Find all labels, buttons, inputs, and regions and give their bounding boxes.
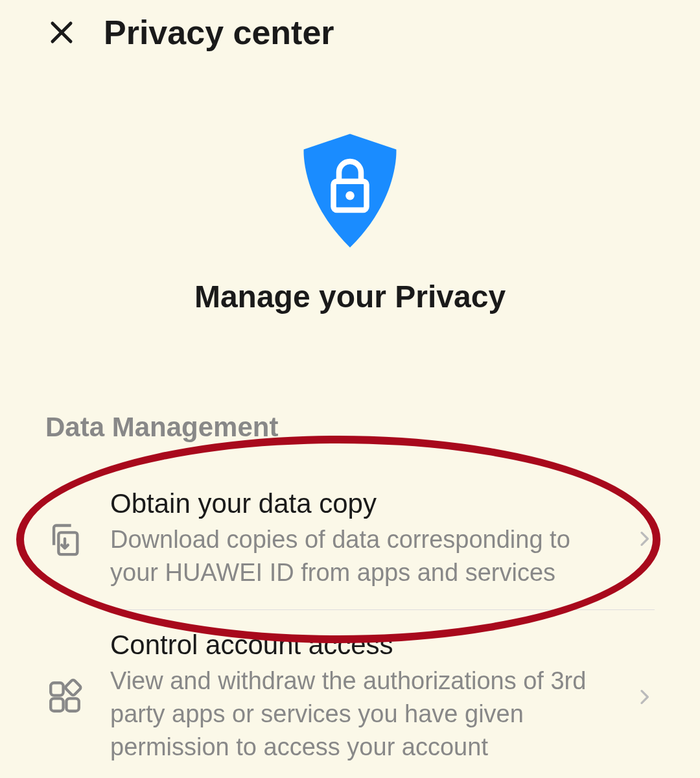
page-title: Privacy center xyxy=(104,13,334,52)
svg-rect-7 xyxy=(66,698,78,711)
list-item-obtain-data-copy[interactable]: Obtain your data copy Download copies of… xyxy=(45,469,655,609)
header-bar: Privacy center xyxy=(0,0,700,65)
settings-list: Obtain your data copy Download copies of… xyxy=(0,469,700,778)
svg-rect-4 xyxy=(58,533,77,555)
item-body: Obtain your data copy Download copies of… xyxy=(110,488,608,590)
chevron-right-icon xyxy=(634,687,655,707)
item-body: Control account access View and withdraw… xyxy=(110,630,608,764)
svg-point-3 xyxy=(345,191,355,200)
shield-lock-icon xyxy=(295,130,405,253)
apps-grid-icon xyxy=(45,678,84,716)
hero-title: Manage your Privacy xyxy=(194,279,506,314)
svg-rect-5 xyxy=(51,683,63,695)
item-subtitle: View and withdraw the authorizations of … xyxy=(110,665,608,764)
svg-rect-6 xyxy=(51,698,63,711)
item-title: Control account access xyxy=(110,630,608,661)
copy-icon xyxy=(45,519,84,558)
item-subtitle: Download copies of data corresponding to… xyxy=(110,523,608,590)
list-item-control-account-access[interactable]: Control account access View and withdraw… xyxy=(45,610,655,778)
chevron-right-icon xyxy=(634,528,655,549)
item-title: Obtain your data copy xyxy=(110,488,608,519)
hero-section: Manage your Privacy xyxy=(0,130,700,314)
section-header: Data Management xyxy=(0,412,700,443)
close-icon[interactable] xyxy=(45,16,78,49)
svg-rect-8 xyxy=(65,679,82,696)
